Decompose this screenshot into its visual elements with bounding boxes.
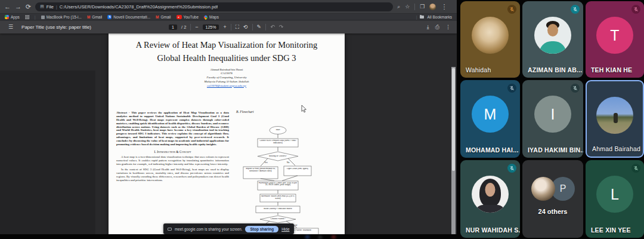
pdf-scrollbar[interactable] — [451, 67, 456, 234]
avatar-initial: I — [551, 106, 555, 123]
avatar — [531, 177, 555, 201]
pdf-more-icon[interactable]: ⋮ — [445, 24, 451, 30]
pdf-menu-icon[interactable]: ☰ — [8, 24, 13, 30]
paper-paragraph: A heat map is a two-dimensional data vis… — [116, 155, 229, 166]
annotate-icon[interactable]: ✎ — [257, 24, 262, 30]
participant-tile-ahmad-presenter[interactable]: Ahmad Bairahad — [586, 80, 644, 158]
avatar-face — [485, 183, 496, 197]
divider — [190, 24, 191, 30]
novell-icon: N — [107, 15, 112, 19]
participant-tile-lee[interactable]: L LEE XIN YEE — [586, 160, 644, 238]
redo-icon[interactable]: ↷ — [279, 24, 284, 30]
address-divider: | — [56, 5, 57, 9]
participant-tile-others[interactable]: P 24 others — [522, 160, 583, 238]
profile-avatar[interactable] — [429, 4, 436, 10]
stop-sharing-button[interactable]: Stop sharing — [245, 226, 278, 232]
all-bookmarks[interactable]: | All Bookmarks — [416, 15, 452, 19]
bookmark-label: Gmail — [161, 15, 171, 19]
bookmark-label: Gmail — [92, 15, 102, 19]
scrollbar-thumb[interactable] — [452, 68, 455, 171]
pdf-background — [0, 71, 95, 234]
download-icon[interactable]: ⤓ — [427, 24, 429, 30]
maps-pin-icon — [203, 14, 208, 19]
bookmark-novell[interactable]: NNovell Documentati... — [107, 15, 150, 19]
zoom-out-icon[interactable]: − — [195, 24, 198, 30]
bookmarks-bar: Apps | MacBook Pro (15-i... MGmail NNove… — [0, 13, 457, 20]
participant-tile-mohamad[interactable]: M MOHAMAD HAI... — [460, 80, 520, 158]
bookmark-star-icon[interactable]: ☆ — [405, 4, 410, 10]
reload-icon[interactable]: ⟳ — [26, 4, 31, 10]
flow-branch-no: No — [287, 161, 289, 164]
participant-tile-wahidah[interactable]: Wahidah — [460, 1, 520, 78]
bookmark-macbook[interactable]: MacBook Pro (15-i... — [41, 15, 82, 19]
flowchart: B. Flowchart — [231, 109, 342, 234]
bookmark-youtube[interactable]: ▸YouTube — [177, 15, 199, 19]
paper-left-column: Abstract - This paper reviews the applic… — [116, 111, 229, 185]
bookmark-gmail[interactable]: MGmail — [87, 15, 102, 19]
avatar-face — [547, 24, 558, 36]
participant-tile-teh[interactable]: T TEH KIAN HE — [586, 1, 644, 78]
address-bar[interactable]: ▤ File | C:/Users/USER/Downloads/CA23078… — [35, 2, 393, 11]
participant-tile-nur[interactable]: NUR WAHIDAH S... — [460, 160, 520, 238]
author-email-link[interactable]: ca23078@student.umpsa.edu.my — [109, 84, 345, 88]
flow-light-clean: Light Clean (trim, types) — [284, 168, 311, 170]
mic-off-icon — [571, 84, 580, 93]
avatar-initial: L — [611, 186, 619, 203]
mic-off-icon — [507, 164, 516, 173]
forward-icon[interactable]: → — [15, 4, 21, 10]
gmail-icon: M — [156, 15, 159, 19]
page-number-input[interactable]: 1 — [169, 24, 177, 30]
mouse-cursor — [301, 105, 306, 113]
bookmark-apps[interactable]: Apps — [5, 15, 20, 19]
author-affiliation: Faculty of Computing, University — [109, 76, 345, 80]
participant-name: IYAD HAKIMI BIN... — [528, 146, 583, 154]
flow-matrix: Build Country × Indicator Matrix — [256, 208, 299, 210]
print-icon[interactable]: ⎙ — [435, 24, 439, 30]
hide-toast-link[interactable]: Hide — [281, 227, 289, 231]
meet-screen: ← → ⟳ ▤ File | C:/Users/USER/Downloads/C… — [0, 0, 644, 239]
avatar-body — [475, 205, 505, 213]
participant-tile-iyad[interactable]: I IYAD HAKIMI BIN... — [522, 80, 583, 158]
zoom-level[interactable]: 125% — [203, 24, 219, 30]
avatar — [534, 17, 571, 54]
browser-menu-icon[interactable]: ⋮ — [441, 4, 447, 10]
flow-impute: Impute & Filter (mean/median fill, winso… — [244, 168, 277, 173]
pdf-controls: 1 / 2 − 125% + ⛶ ⟲ ✎ ↶ ↷ — [169, 21, 283, 33]
search-icon[interactable]: ⌕ — [397, 4, 400, 10]
apps-grid-icon[interactable] — [25, 15, 29, 19]
undo-icon[interactable]: ↶ — [270, 24, 275, 30]
share-toast-message: meet.google.com is sharing your screen. — [175, 227, 242, 231]
bookmark-maps[interactable]: Maps — [204, 15, 219, 19]
bookmark-label: MacBook Pro (15-i... — [47, 15, 82, 19]
bookmark-gmail-2[interactable]: MGmail — [156, 15, 171, 19]
section-heading: I. Introduction & Concept — [116, 150, 229, 154]
file-icon: ▤ — [40, 4, 44, 9]
avatar-initial: P — [560, 183, 566, 194]
mic-off-icon — [571, 5, 580, 14]
decorative-smudge — [318, 236, 322, 238]
avatar: M — [472, 96, 509, 133]
tab-stack-icon[interactable]: ❐ — [420, 4, 425, 10]
zoom-in-icon[interactable]: + — [223, 24, 226, 30]
participant-tile-aziman[interactable]: AZIMAN BIN AB... — [522, 1, 583, 78]
participant-name: TEH KIAN HE — [591, 66, 632, 73]
flow-harmonize: Harmonize Units & Codes (per 100k vs per… — [258, 182, 298, 187]
screen-share-toast: meet.google.com is sharing your screen. … — [163, 223, 294, 234]
avatar-initial: M — [484, 106, 497, 123]
rotate-icon[interactable]: ⟲ — [243, 24, 248, 30]
back-icon[interactable]: ← — [4, 4, 11, 10]
address-url: C:/Users/USER/Downloads/CA23078_Draft%20… — [60, 4, 218, 10]
fit-page-icon[interactable]: ⛶ — [236, 24, 239, 30]
paper-abstract: Abstract - This paper reviews the applic… — [116, 111, 229, 146]
page-count: / 2 — [181, 24, 186, 30]
participant-grid: Wahidah AZIMAN BIN AB... T TEH KIAN HE — [460, 0, 644, 239]
participant-name: NUR WAHIDAH S... — [466, 226, 520, 234]
flow-decision-palette: Choose Palette? — [261, 218, 295, 220]
favicon — [41, 16, 45, 19]
divider — [265, 24, 266, 30]
youtube-icon: ▸ — [177, 15, 182, 19]
folder-icon — [420, 16, 424, 19]
mic-off-icon — [507, 84, 516, 93]
paper-title: A Review of Heat Map Visualization for M… — [109, 39, 345, 65]
avatar-shirt — [539, 41, 566, 54]
